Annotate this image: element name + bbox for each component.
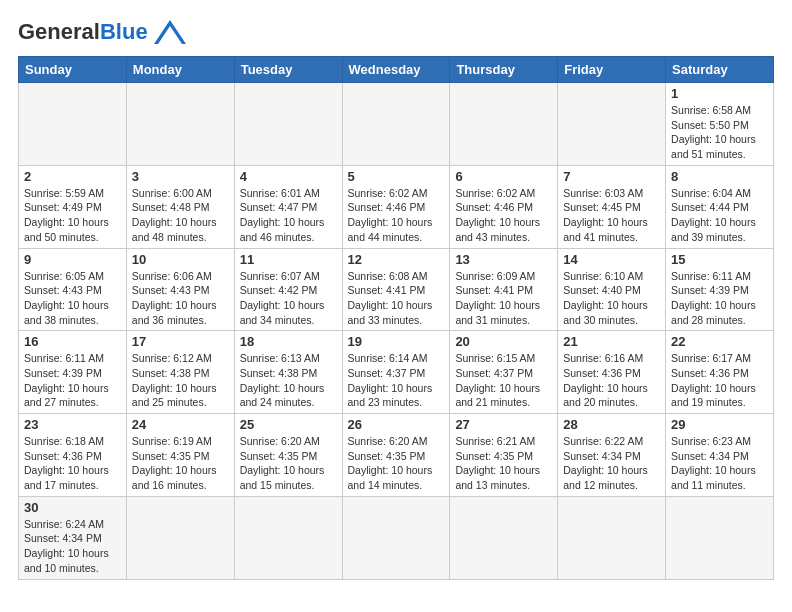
calendar-cell: 29Sunrise: 6:23 AM Sunset: 4:34 PM Dayli…: [666, 414, 774, 497]
calendar-cell: 2Sunrise: 5:59 AM Sunset: 4:49 PM Daylig…: [19, 165, 127, 248]
day-number: 29: [671, 417, 768, 432]
calendar-cell: [234, 83, 342, 166]
day-info: Sunrise: 6:12 AM Sunset: 4:38 PM Dayligh…: [132, 351, 229, 410]
day-info: Sunrise: 6:11 AM Sunset: 4:39 PM Dayligh…: [24, 351, 121, 410]
calendar-cell: 26Sunrise: 6:20 AM Sunset: 4:35 PM Dayli…: [342, 414, 450, 497]
day-number: 4: [240, 169, 337, 184]
day-number: 26: [348, 417, 445, 432]
calendar-cell: 15Sunrise: 6:11 AM Sunset: 4:39 PM Dayli…: [666, 248, 774, 331]
day-number: 19: [348, 334, 445, 349]
day-number: 1: [671, 86, 768, 101]
day-info: Sunrise: 6:16 AM Sunset: 4:36 PM Dayligh…: [563, 351, 660, 410]
day-info: Sunrise: 6:03 AM Sunset: 4:45 PM Dayligh…: [563, 186, 660, 245]
day-number: 18: [240, 334, 337, 349]
calendar-cell: 30Sunrise: 6:24 AM Sunset: 4:34 PM Dayli…: [19, 496, 127, 579]
day-info: Sunrise: 5:59 AM Sunset: 4:49 PM Dayligh…: [24, 186, 121, 245]
day-info: Sunrise: 6:02 AM Sunset: 4:46 PM Dayligh…: [455, 186, 552, 245]
calendar-cell: [342, 83, 450, 166]
day-number: 27: [455, 417, 552, 432]
logo-general: General: [18, 19, 100, 44]
weekday-header-monday: Monday: [126, 57, 234, 83]
calendar-cell: [342, 496, 450, 579]
calendar-cell: 10Sunrise: 6:06 AM Sunset: 4:43 PM Dayli…: [126, 248, 234, 331]
day-info: Sunrise: 6:05 AM Sunset: 4:43 PM Dayligh…: [24, 269, 121, 328]
day-number: 12: [348, 252, 445, 267]
day-number: 23: [24, 417, 121, 432]
day-number: 24: [132, 417, 229, 432]
logo: GeneralBlue: [18, 18, 188, 46]
calendar-cell: 6Sunrise: 6:02 AM Sunset: 4:46 PM Daylig…: [450, 165, 558, 248]
day-info: Sunrise: 6:20 AM Sunset: 4:35 PM Dayligh…: [348, 434, 445, 493]
calendar-cell: 11Sunrise: 6:07 AM Sunset: 4:42 PM Dayli…: [234, 248, 342, 331]
day-info: Sunrise: 6:07 AM Sunset: 4:42 PM Dayligh…: [240, 269, 337, 328]
calendar-cell: 16Sunrise: 6:11 AM Sunset: 4:39 PM Dayli…: [19, 331, 127, 414]
day-info: Sunrise: 6:10 AM Sunset: 4:40 PM Dayligh…: [563, 269, 660, 328]
calendar-cell: 19Sunrise: 6:14 AM Sunset: 4:37 PM Dayli…: [342, 331, 450, 414]
day-info: Sunrise: 6:04 AM Sunset: 4:44 PM Dayligh…: [671, 186, 768, 245]
calendar: SundayMondayTuesdayWednesdayThursdayFrid…: [18, 56, 774, 580]
day-number: 28: [563, 417, 660, 432]
weekday-header-wednesday: Wednesday: [342, 57, 450, 83]
calendar-cell: [558, 496, 666, 579]
day-info: Sunrise: 6:14 AM Sunset: 4:37 PM Dayligh…: [348, 351, 445, 410]
day-info: Sunrise: 6:19 AM Sunset: 4:35 PM Dayligh…: [132, 434, 229, 493]
day-number: 25: [240, 417, 337, 432]
calendar-cell: [126, 496, 234, 579]
day-info: Sunrise: 6:11 AM Sunset: 4:39 PM Dayligh…: [671, 269, 768, 328]
day-info: Sunrise: 6:17 AM Sunset: 4:36 PM Dayligh…: [671, 351, 768, 410]
day-info: Sunrise: 6:24 AM Sunset: 4:34 PM Dayligh…: [24, 517, 121, 576]
logo-icon: [152, 18, 188, 46]
day-number: 3: [132, 169, 229, 184]
calendar-cell: [234, 496, 342, 579]
weekday-header-thursday: Thursday: [450, 57, 558, 83]
day-number: 8: [671, 169, 768, 184]
calendar-cell: 3Sunrise: 6:00 AM Sunset: 4:48 PM Daylig…: [126, 165, 234, 248]
day-info: Sunrise: 6:02 AM Sunset: 4:46 PM Dayligh…: [348, 186, 445, 245]
calendar-cell: 17Sunrise: 6:12 AM Sunset: 4:38 PM Dayli…: [126, 331, 234, 414]
calendar-cell: 8Sunrise: 6:04 AM Sunset: 4:44 PM Daylig…: [666, 165, 774, 248]
calendar-cell: 21Sunrise: 6:16 AM Sunset: 4:36 PM Dayli…: [558, 331, 666, 414]
day-info: Sunrise: 6:01 AM Sunset: 4:47 PM Dayligh…: [240, 186, 337, 245]
day-info: Sunrise: 6:00 AM Sunset: 4:48 PM Dayligh…: [132, 186, 229, 245]
day-info: Sunrise: 6:58 AM Sunset: 5:50 PM Dayligh…: [671, 103, 768, 162]
calendar-week-2: 9Sunrise: 6:05 AM Sunset: 4:43 PM Daylig…: [19, 248, 774, 331]
calendar-cell: 14Sunrise: 6:10 AM Sunset: 4:40 PM Dayli…: [558, 248, 666, 331]
day-number: 22: [671, 334, 768, 349]
day-number: 6: [455, 169, 552, 184]
day-info: Sunrise: 6:21 AM Sunset: 4:35 PM Dayligh…: [455, 434, 552, 493]
day-number: 9: [24, 252, 121, 267]
page: GeneralBlue SundayMondayTuesdayWednesday…: [0, 0, 792, 590]
calendar-cell: 7Sunrise: 6:03 AM Sunset: 4:45 PM Daylig…: [558, 165, 666, 248]
calendar-cell: [450, 83, 558, 166]
calendar-cell: [450, 496, 558, 579]
day-number: 17: [132, 334, 229, 349]
calendar-cell: 20Sunrise: 6:15 AM Sunset: 4:37 PM Dayli…: [450, 331, 558, 414]
day-number: 10: [132, 252, 229, 267]
calendar-cell: 13Sunrise: 6:09 AM Sunset: 4:41 PM Dayli…: [450, 248, 558, 331]
calendar-week-4: 23Sunrise: 6:18 AM Sunset: 4:36 PM Dayli…: [19, 414, 774, 497]
calendar-cell: 1Sunrise: 6:58 AM Sunset: 5:50 PM Daylig…: [666, 83, 774, 166]
weekday-header-sunday: Sunday: [19, 57, 127, 83]
day-number: 2: [24, 169, 121, 184]
day-number: 30: [24, 500, 121, 515]
calendar-cell: 12Sunrise: 6:08 AM Sunset: 4:41 PM Dayli…: [342, 248, 450, 331]
weekday-header-row: SundayMondayTuesdayWednesdayThursdayFrid…: [19, 57, 774, 83]
weekday-header-saturday: Saturday: [666, 57, 774, 83]
day-number: 14: [563, 252, 660, 267]
calendar-cell: 5Sunrise: 6:02 AM Sunset: 4:46 PM Daylig…: [342, 165, 450, 248]
calendar-cell: [666, 496, 774, 579]
day-info: Sunrise: 6:13 AM Sunset: 4:38 PM Dayligh…: [240, 351, 337, 410]
weekday-header-friday: Friday: [558, 57, 666, 83]
calendar-cell: 25Sunrise: 6:20 AM Sunset: 4:35 PM Dayli…: [234, 414, 342, 497]
day-info: Sunrise: 6:15 AM Sunset: 4:37 PM Dayligh…: [455, 351, 552, 410]
calendar-cell: 9Sunrise: 6:05 AM Sunset: 4:43 PM Daylig…: [19, 248, 127, 331]
calendar-cell: 18Sunrise: 6:13 AM Sunset: 4:38 PM Dayli…: [234, 331, 342, 414]
calendar-cell: [126, 83, 234, 166]
calendar-week-5: 30Sunrise: 6:24 AM Sunset: 4:34 PM Dayli…: [19, 496, 774, 579]
day-info: Sunrise: 6:08 AM Sunset: 4:41 PM Dayligh…: [348, 269, 445, 328]
day-info: Sunrise: 6:06 AM Sunset: 4:43 PM Dayligh…: [132, 269, 229, 328]
calendar-cell: 28Sunrise: 6:22 AM Sunset: 4:34 PM Dayli…: [558, 414, 666, 497]
day-info: Sunrise: 6:22 AM Sunset: 4:34 PM Dayligh…: [563, 434, 660, 493]
logo-text: GeneralBlue: [18, 21, 148, 43]
day-info: Sunrise: 6:20 AM Sunset: 4:35 PM Dayligh…: [240, 434, 337, 493]
